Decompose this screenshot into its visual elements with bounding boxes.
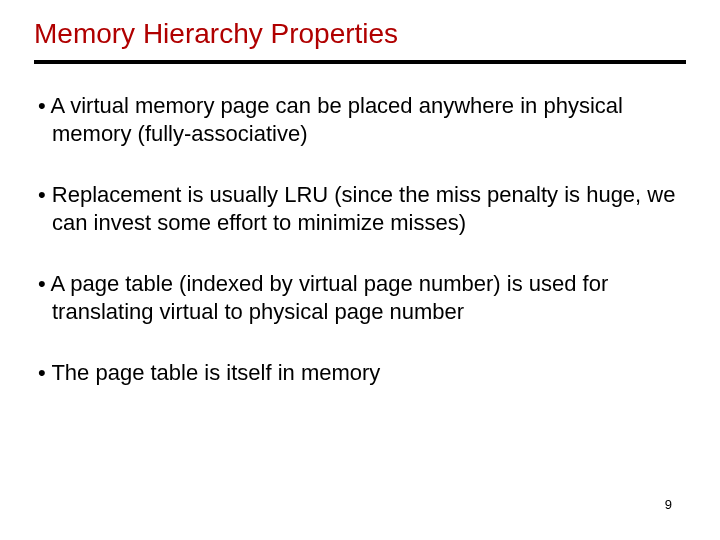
list-item: A page table (indexed by virtual page nu…	[34, 270, 686, 325]
list-item: The page table is itself in memory	[34, 359, 686, 387]
bullet-list: A virtual memory page can be placed anyw…	[34, 92, 686, 387]
slide-title: Memory Hierarchy Properties	[34, 18, 686, 50]
slide: Memory Hierarchy Properties A virtual me…	[0, 0, 720, 540]
title-underline	[34, 60, 686, 64]
list-item: A virtual memory page can be placed anyw…	[34, 92, 686, 147]
list-item: Replacement is usually LRU (since the mi…	[34, 181, 686, 236]
page-number: 9	[665, 497, 672, 512]
